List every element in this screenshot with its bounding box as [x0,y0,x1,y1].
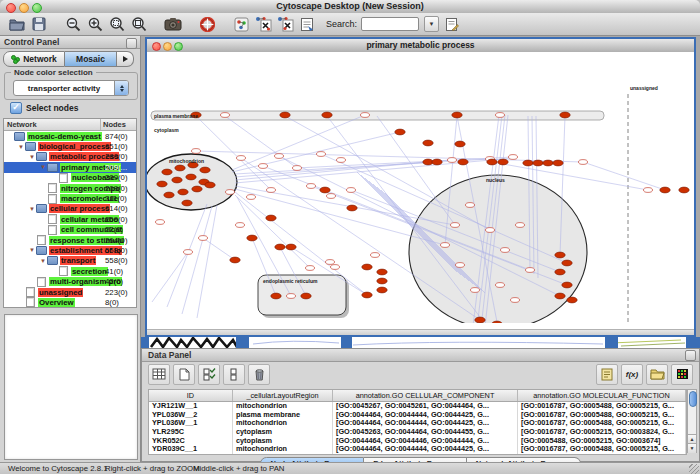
node [162,169,172,175]
tree-column-network[interactable]: Network [4,119,100,130]
table-row[interactable]: YKR052Ccytoplasm[GO:0044464, GO:0044446,… [149,437,686,446]
column-header[interactable]: _cellularLayoutRegion [233,390,333,401]
tree-row[interactable]: cell communicat22(0) [4,225,136,235]
node-outline [275,154,284,159]
tab-mosaic[interactable]: Mosaic [65,51,117,67]
search-config-icon[interactable] [443,15,461,33]
delete-attribute-icon[interactable] [248,364,270,385]
tree-row-nodes-count: 8(0) [105,298,119,307]
node-outline [259,164,268,169]
table-row[interactable]: YLR295Ccytoplasm[GO:0045263, GO:0044464,… [149,428,686,437]
node [432,159,442,165]
control-panel-float-icon[interactable] [126,38,137,49]
table-row[interactable]: YPL036W__1mitochondrion[GO:0044464, GO:0… [149,419,686,428]
table-vertical-scrollbar[interactable]: ▲ ▼ [687,389,697,453]
zoom-fit-icon[interactable] [130,15,148,33]
node-outline [337,158,346,163]
open-session-icon[interactable] [8,15,26,33]
zoom-in-icon[interactable] [86,15,104,33]
tree-row[interactable]: ▼establishment of lo558(0) [4,245,136,255]
help-icon[interactable] [198,15,216,33]
tree-row[interactable]: nucleobase-209(0) [4,173,136,183]
tree-row[interactable]: cellular metabo209(0) [4,214,136,224]
filter-icon[interactable] [276,15,294,33]
vizmapper-icon[interactable] [254,15,272,33]
node [555,293,565,299]
table-row[interactable]: YPL036W__2plasma membrane[GO:0044464, GO… [149,411,686,420]
table-row[interactable]: YJR121W__1mitochondrion[GO:0045267, GO:0… [149,402,686,411]
tree-row-label: Overview [38,298,75,307]
table-row[interactable]: YDR039C__1mitochondrion[GO:0044464, GO:0… [149,445,686,454]
tree-row[interactable]: unassigned223(0) [4,287,136,297]
data-panel-float-icon[interactable] [685,350,696,361]
cytoscape-window: Cytoscape Desktop (New Session) [0,0,700,474]
resize-grip[interactable] [689,464,699,474]
tree-row[interactable]: ▼cellular process614(0) [4,204,136,214]
function-builder-icon[interactable]: f(x) [621,364,643,385]
tree-row[interactable]: multi-organism pro42(0) [4,276,136,286]
node [377,269,387,275]
tree-row[interactable]: nitrogen compo209(0) [4,183,136,193]
zoom-out-icon[interactable] [64,15,82,33]
tree-row[interactable]: ▼primary metabo209(... [4,162,136,172]
tree-row[interactable]: ▼transport558(0) [4,256,136,266]
zoom-selected-region-icon[interactable] [108,15,126,33]
search-dropdown-button[interactable]: ▼ [424,16,439,32]
search-input[interactable] [361,17,419,31]
expand-arrow-icon[interactable]: ▼ [39,164,47,170]
expand-arrow-icon[interactable]: ▼ [17,144,25,150]
tree-row[interactable]: macromolecule311(0) [4,193,136,203]
select-nodes-checkbox[interactable]: ✓ [10,102,22,114]
tab-scroll-right-button[interactable] [117,51,134,67]
tree-row[interactable]: response to stimulu264(0) [4,235,136,245]
expand-arrow-icon[interactable]: ▼ [39,258,47,264]
network-frame-titlebar[interactable]: primary metabolic process [147,39,694,53]
tree-column-nodes[interactable]: Nodes [100,119,136,130]
table-cell: YLR295C [149,428,233,437]
select-attributes-icon[interactable] [198,364,220,385]
node [178,189,188,195]
node [362,292,372,298]
save-session-icon[interactable] [30,15,48,33]
node [280,112,290,118]
folder-icon [47,163,58,172]
node [182,200,192,206]
node [423,140,433,146]
scrollbar-thumb[interactable] [689,391,697,407]
tree-row-nodes-count: 209(0) [105,215,128,224]
tree-row[interactable]: Overview8(0) [4,297,136,307]
node-outline [347,188,356,193]
annotation-icon[interactable] [298,15,316,33]
expand-arrow-icon[interactable]: ▼ [28,247,36,253]
folder-icon [25,142,36,151]
notes-icon[interactable] [596,364,618,385]
new-attribute-icon[interactable] [173,364,195,385]
tree-row-label: mosaic-demo-yeast [27,132,102,141]
network-import-icon[interactable] [232,15,250,33]
birdseye-view[interactable] [4,314,138,460]
attribute-table-header[interactable]: ID_cellularLayoutRegionannotation.GO CEL… [149,390,686,402]
table-cell: [GO:0044464, GO:0044444, GO:0044425, G..… [333,411,518,420]
column-header[interactable]: ID [149,390,233,401]
expand-arrow-icon[interactable]: ▼ [28,206,36,212]
expand-arrow-icon[interactable]: ▼ [28,154,36,160]
node-color-dropdown[interactable]: transporter activity [13,80,129,96]
network-canvas[interactable]: plasma membranecytoplasmmitochondrionnuc… [147,52,694,329]
import-attributes-icon[interactable] [646,364,668,385]
snapshot-icon[interactable] [164,15,182,33]
tree-row[interactable]: mosaic-demo-yeast874(0) [4,131,136,141]
node [362,264,372,270]
matrix-icon[interactable] [671,364,693,385]
tree-row[interactable]: secretion41(0) [4,266,136,276]
attribute-table-icon[interactable] [148,364,170,385]
canvas-horizontal-scrollbar[interactable] [147,329,694,335]
scroll-down-button[interactable]: ▼ [688,443,696,453]
tree-row[interactable]: ▼biological_process651(0) [4,141,136,151]
column-header[interactable]: annotation.GO MOLECULAR_FUNCTION [518,390,686,401]
column-header[interactable]: annotation.GO CELLULAR_COMPONENT [333,390,518,401]
node-outline [361,113,370,118]
tree-row[interactable]: ▼metabolic process280(0) [4,152,136,162]
tab-network[interactable]: Network [3,51,65,67]
node [458,159,468,165]
unselect-attributes-icon[interactable] [223,364,245,385]
